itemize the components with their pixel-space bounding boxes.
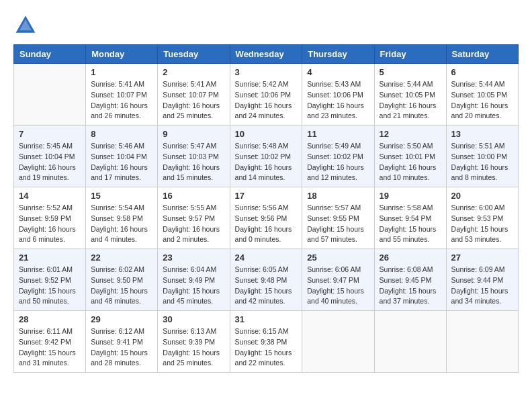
day-number: 2: [163, 67, 224, 77]
calendar-col-header: Thursday: [302, 45, 374, 64]
daylight-hours: Daylight: 16 hours: [19, 225, 76, 233]
day-number: 16: [163, 191, 224, 201]
sun-info: Sunrise: 5:43 AMSunset: 10:06 PMDaylight…: [307, 79, 369, 122]
day-number: 5: [380, 67, 441, 77]
sunset: Sunset: 10:02 PM: [307, 152, 363, 161]
day-number: 19: [380, 191, 441, 201]
sunrise: Sunrise: 5:57 AM: [307, 203, 361, 212]
sunrise: Sunrise: 5:46 AM: [91, 142, 144, 150]
logo: [13, 13, 40, 38]
sun-info: Sunrise: 5:41 AMSunset: 10:07 PMDaylight…: [91, 79, 152, 122]
calendar-cell: 3Sunrise: 5:42 AMSunset: 10:06 PMDayligh…: [230, 64, 302, 126]
day-number: 13: [451, 129, 513, 139]
daylight-hours: Daylight: 15 hours: [163, 349, 220, 357]
daylight-minutes: and 15 minutes.: [163, 173, 213, 181]
daylight-hours: Daylight: 15 hours: [307, 287, 364, 295]
sun-info: Sunrise: 5:51 AMSunset: 10:00 PMDaylight…: [451, 141, 513, 183]
calendar-cell: 21Sunrise: 6:01 AMSunset: 9:52 PMDayligh…: [14, 249, 86, 311]
sun-info: Sunrise: 6:12 AMSunset: 9:41 PMDaylight:…: [91, 326, 152, 369]
sunrise: Sunrise: 5:41 AM: [91, 80, 144, 88]
calendar-cell: 12Sunrise: 5:50 AMSunset: 10:01 PMDaylig…: [374, 126, 446, 187]
daylight-hours: Daylight: 16 hours: [235, 163, 292, 171]
calendar-cell: [302, 311, 374, 373]
sunrise: Sunrise: 6:08 AM: [380, 265, 433, 273]
day-number: 30: [163, 314, 224, 324]
sunrise: Sunrise: 5:55 AM: [163, 203, 216, 212]
sun-info: Sunrise: 5:42 AMSunset: 10:06 PMDaylight…: [235, 79, 298, 122]
daylight-minutes: and 8 minutes.: [451, 173, 498, 181]
sun-info: Sunrise: 6:13 AMSunset: 9:39 PMDaylight:…: [163, 326, 224, 369]
calendar-cell: 26Sunrise: 6:08 AMSunset: 9:45 PMDayligh…: [374, 249, 446, 311]
daylight-hours: Daylight: 16 hours: [451, 101, 508, 109]
calendar-cell: 11Sunrise: 5:49 AMSunset: 10:02 PMDaylig…: [302, 126, 374, 187]
sunset: Sunset: 9:44 PM: [451, 276, 504, 284]
calendar-cell: 31Sunrise: 6:15 AMSunset: 9:38 PMDayligh…: [230, 311, 302, 373]
daylight-hours: Daylight: 16 hours: [235, 225, 292, 233]
sunset: Sunset: 9:54 PM: [380, 214, 432, 222]
sun-info: Sunrise: 5:58 AMSunset: 9:54 PMDaylight:…: [380, 203, 441, 245]
sunset: Sunset: 9:58 PM: [91, 214, 143, 222]
calendar-cell: 9Sunrise: 5:47 AMSunset: 10:03 PMDayligh…: [158, 126, 230, 187]
sunrise: Sunrise: 6:15 AM: [235, 327, 289, 335]
daylight-minutes: and 45 minutes.: [163, 297, 213, 305]
sunset: Sunset: 10:05 PM: [451, 91, 507, 99]
sun-info: Sunrise: 5:44 AMSunset: 10:05 PMDaylight…: [380, 79, 441, 122]
sunrise: Sunrise: 5:47 AM: [163, 142, 216, 150]
sunset: Sunset: 9:56 PM: [235, 214, 287, 222]
sunrise: Sunrise: 6:12 AM: [91, 327, 144, 335]
sunrise: Sunrise: 6:11 AM: [19, 327, 73, 335]
daylight-hours: Daylight: 16 hours: [91, 101, 148, 109]
daylight-minutes: and 34 minutes.: [451, 297, 502, 305]
calendar-cell: 24Sunrise: 6:05 AMSunset: 9:48 PMDayligh…: [230, 249, 302, 311]
sun-info: Sunrise: 5:41 AMSunset: 10:07 PMDaylight…: [163, 79, 224, 122]
sun-info: Sunrise: 5:45 AMSunset: 10:04 PMDaylight…: [19, 141, 81, 183]
sunrise: Sunrise: 5:51 AM: [451, 142, 505, 150]
daylight-minutes: and 28 minutes.: [91, 359, 141, 367]
sun-info: Sunrise: 5:47 AMSunset: 10:03 PMDaylight…: [163, 141, 224, 183]
day-number: 14: [19, 191, 81, 201]
sunset: Sunset: 10:06 PM: [307, 91, 363, 99]
day-number: 17: [235, 191, 298, 201]
daylight-minutes: and 37 minutes.: [380, 297, 430, 305]
calendar-col-header: Wednesday: [230, 45, 302, 64]
daylight-hours: Daylight: 16 hours: [380, 163, 437, 171]
calendar-cell: 19Sunrise: 5:58 AMSunset: 9:54 PMDayligh…: [374, 187, 446, 249]
daylight-hours: Daylight: 15 hours: [235, 349, 292, 357]
sunrise: Sunrise: 6:09 AM: [451, 265, 505, 273]
day-number: 1: [91, 67, 152, 77]
daylight-minutes: and 25 minutes.: [163, 111, 213, 120]
calendar-cell: 17Sunrise: 5:56 AMSunset: 9:56 PMDayligh…: [230, 187, 302, 249]
day-number: 15: [91, 191, 152, 201]
sunrise: Sunrise: 6:04 AM: [163, 265, 216, 273]
daylight-hours: Daylight: 16 hours: [380, 101, 437, 109]
sunset: Sunset: 10:00 PM: [451, 152, 507, 161]
sunset: Sunset: 10:03 PM: [163, 152, 218, 161]
sunrise: Sunrise: 5:44 AM: [451, 80, 505, 88]
calendar-cell: 29Sunrise: 6:12 AMSunset: 9:41 PMDayligh…: [86, 311, 158, 373]
day-number: 24: [235, 253, 298, 263]
daylight-hours: Daylight: 16 hours: [451, 163, 508, 171]
sun-info: Sunrise: 6:08 AMSunset: 9:45 PMDaylight:…: [380, 265, 441, 307]
sunrise: Sunrise: 6:00 AM: [451, 203, 505, 212]
sunset: Sunset: 9:55 PM: [307, 214, 359, 222]
calendar-cell: [374, 311, 446, 373]
daylight-hours: Daylight: 15 hours: [380, 287, 437, 295]
calendar-cell: 6Sunrise: 5:44 AMSunset: 10:05 PMDayligh…: [446, 64, 518, 126]
daylight-hours: Daylight: 15 hours: [451, 287, 508, 295]
daylight-minutes: and 21 minutes.: [380, 111, 430, 120]
sun-info: Sunrise: 6:04 AMSunset: 9:49 PMDaylight:…: [163, 265, 224, 307]
daylight-minutes: and 17 minutes.: [91, 173, 141, 181]
day-number: 25: [307, 253, 369, 263]
daylight-hours: Daylight: 16 hours: [163, 163, 220, 171]
sunset: Sunset: 10:04 PM: [91, 152, 146, 161]
sunrise: Sunrise: 5:56 AM: [235, 203, 289, 212]
day-number: 12: [380, 129, 441, 139]
calendar-cell: 13Sunrise: 5:51 AMSunset: 10:00 PMDaylig…: [446, 126, 518, 187]
calendar-header-row: SundayMondayTuesdayWednesdayThursdayFrid…: [14, 45, 519, 64]
sun-info: Sunrise: 5:50 AMSunset: 10:01 PMDaylight…: [380, 141, 441, 183]
daylight-hours: Daylight: 16 hours: [19, 163, 76, 171]
daylight-minutes: and 50 minutes.: [19, 297, 69, 305]
daylight-minutes: and 23 minutes.: [307, 111, 357, 120]
sunset: Sunset: 9:48 PM: [235, 276, 287, 284]
daylight-hours: Daylight: 16 hours: [91, 163, 148, 171]
